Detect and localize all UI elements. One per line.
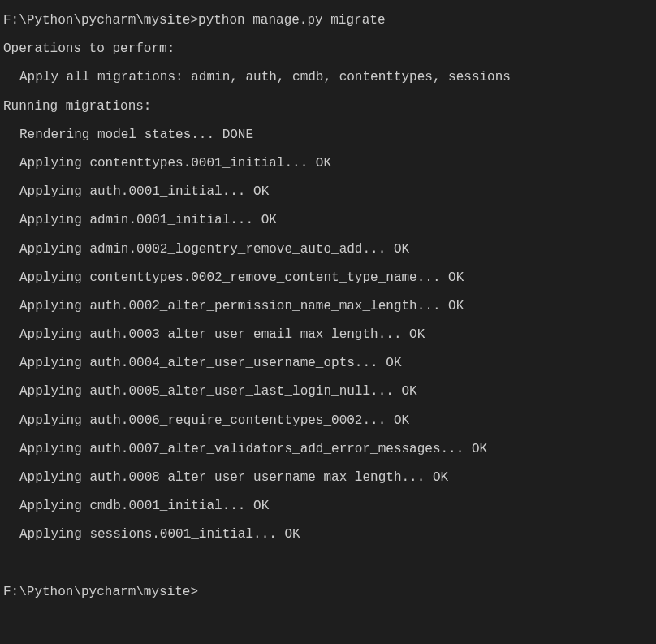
command-prompt-line: F:\Python\pycharm\mysite>python manage.p…: [3, 6, 653, 35]
migration-line: Applying auth.0004_alter_user_username_o…: [3, 349, 653, 378]
migration-line: Applying auth.0002_alter_permission_name…: [3, 292, 653, 321]
empty-line: [3, 550, 653, 578]
migration-line: Applying contenttypes.0001_initial... OK: [3, 149, 653, 178]
migration-line: Applying admin.0002_logentry_remove_auto…: [3, 236, 653, 264]
migration-line: Applying auth.0008_alter_user_username_m…: [3, 464, 653, 492]
terminal-output[interactable]: F:\Python\pycharm\mysite>python manage.p…: [3, 6, 653, 607]
migration-line: Applying auth.0005_alter_user_last_login…: [3, 378, 653, 406]
command-prompt-line: F:\Python\pycharm\mysite>: [3, 578, 653, 607]
migration-line: Applying sessions.0001_initial... OK: [3, 521, 653, 549]
migration-line: Applying admin.0001_initial... OK: [3, 206, 653, 235]
migration-line: Applying cmdb.0001_initial... OK: [3, 492, 653, 521]
apply-all-migrations: Apply all migrations: admin, auth, cmdb,…: [3, 63, 653, 92]
migration-line: Applying contenttypes.0002_remove_conten…: [3, 264, 653, 292]
operations-header: Operations to perform:: [3, 35, 653, 63]
migration-line: Applying auth.0001_initial... OK: [3, 178, 653, 206]
migration-line: Applying auth.0007_alter_validators_add_…: [3, 435, 653, 464]
migration-line: Applying auth.0006_require_contenttypes_…: [3, 407, 653, 435]
running-migrations-header: Running migrations:: [3, 93, 653, 121]
rendering-states: Rendering model states... DONE: [3, 121, 653, 149]
migration-line: Applying auth.0003_alter_user_email_max_…: [3, 321, 653, 349]
